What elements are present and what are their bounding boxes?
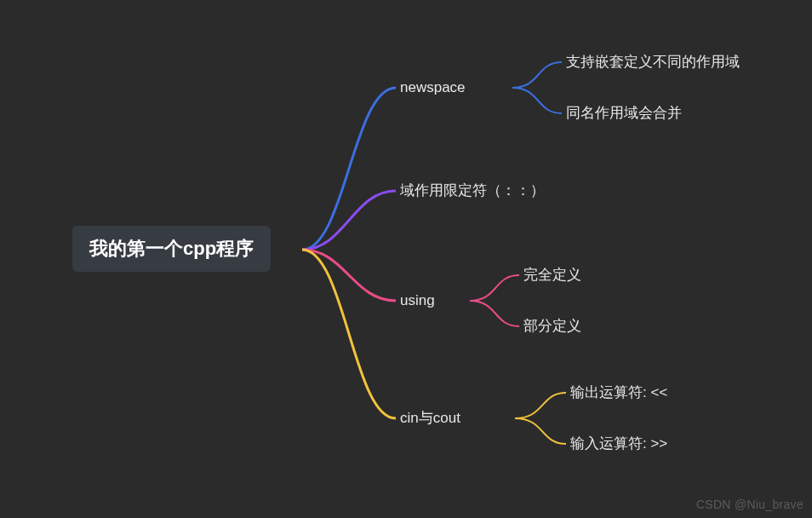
branch-3-label[interactable]: using <box>400 293 435 308</box>
mindmap-canvas: 我的第一个cpp程序 newspace 支持嵌套定义不同的作用域 同名作用域会合… <box>0 0 812 518</box>
branch-4-child-2[interactable]: 输入运算符: >> <box>570 436 667 451</box>
connector-root-4 <box>302 250 396 418</box>
branch-2-label[interactable]: 域作用限定符（：：） <box>400 183 545 198</box>
branch-1-label[interactable]: newspace <box>400 80 466 95</box>
connector-3-1 <box>470 275 519 301</box>
connector-1-2 <box>512 88 562 113</box>
branch-3-child-2[interactable]: 部分定义 <box>523 319 581 333</box>
connector-1-1 <box>512 62 562 88</box>
mindmap-root[interactable]: 我的第一个cpp程序 <box>72 226 271 272</box>
connector-4-1 <box>515 393 566 418</box>
branch-4-child-1[interactable]: 输出运算符: << <box>570 385 667 400</box>
connector-4-2 <box>515 418 566 444</box>
watermark: CSDN @Niu_brave <box>696 498 803 511</box>
branch-1-child-1[interactable]: 支持嵌套定义不同的作用域 <box>566 55 740 69</box>
connector-root-1 <box>302 88 396 250</box>
branch-1-child-2[interactable]: 同名作用域会合并 <box>566 106 682 120</box>
connector-root-3 <box>302 250 396 301</box>
branch-3-child-1[interactable]: 完全定义 <box>523 268 581 282</box>
connector-3-2 <box>470 301 519 326</box>
branch-4-label[interactable]: cin与cout <box>400 411 460 425</box>
connector-root-2 <box>302 191 396 250</box>
